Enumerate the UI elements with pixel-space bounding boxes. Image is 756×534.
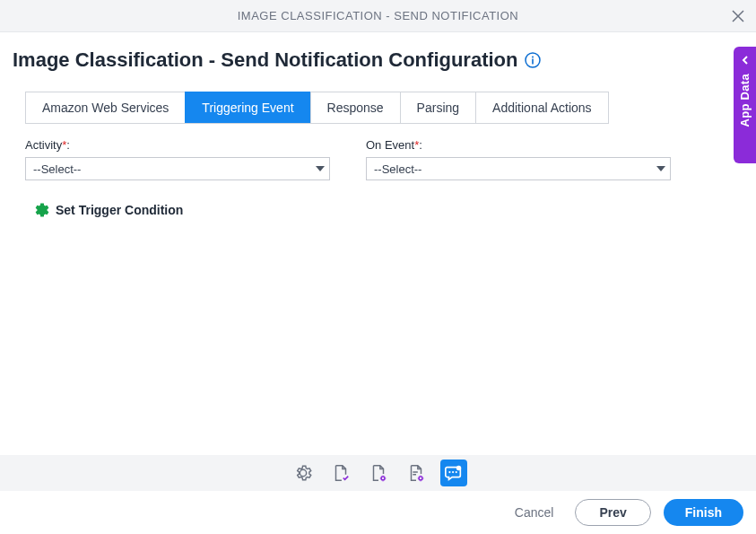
activity-label: Activity*: — [25, 138, 330, 152]
on-event-select[interactable]: --Select-- — [366, 157, 671, 180]
svg-point-6 — [448, 471, 450, 473]
chat-notification-icon — [444, 463, 464, 483]
set-trigger-condition-button[interactable]: Set Trigger Condition — [34, 202, 743, 218]
svg-rect-2 — [533, 59, 534, 65]
activity-select-wrap: --Select-- — [25, 157, 330, 180]
tabs: Amazon Web Services Triggering Event Res… — [25, 92, 609, 124]
tab-additional-actions[interactable]: Additional Actions — [475, 92, 609, 123]
finish-button[interactable]: Finish — [664, 499, 743, 526]
app-data-label: App Data — [738, 74, 752, 127]
on-event-label: On Event*: — [366, 138, 671, 152]
toolbar-notification-button[interactable] — [440, 460, 467, 486]
activity-group: Activity*: --Select-- — [25, 138, 330, 180]
content-area: Image Classification - Send Notification… — [0, 32, 756, 218]
document-check-icon — [331, 463, 351, 483]
document-gear-icon — [369, 463, 388, 483]
tab-parsing[interactable]: Parsing — [400, 92, 476, 123]
svg-point-7 — [451, 471, 453, 473]
bottom-toolbar — [0, 455, 756, 491]
close-button[interactable] — [729, 7, 747, 25]
activity-select[interactable]: --Select-- — [25, 157, 330, 180]
tab-triggering-event[interactable]: Triggering Event — [185, 92, 310, 123]
svg-point-1 — [532, 57, 534, 58]
svg-point-8 — [455, 471, 456, 473]
on-event-select-wrap: --Select-- — [366, 157, 671, 180]
chevron-left-icon — [741, 56, 750, 65]
toolbar-doc-gear-2-button[interactable] — [403, 460, 430, 486]
dialog-header: IMAGE CLASSIFICATION - SEND NOTIFICATION — [0, 0, 756, 32]
tab-response[interactable]: Response — [310, 92, 401, 123]
gear-icon — [293, 463, 313, 483]
cancel-button[interactable]: Cancel — [506, 500, 563, 525]
toolbar-doc-gear-button[interactable] — [365, 460, 392, 486]
svg-point-3 — [381, 477, 385, 480]
footer-bar: Cancel Prev Finish — [0, 491, 756, 534]
on-event-group: On Event*: --Select-- — [366, 138, 671, 180]
info-icon[interactable] — [525, 52, 541, 68]
tab-amazon-web-services[interactable]: Amazon Web Services — [25, 92, 186, 123]
prev-button[interactable]: Prev — [575, 499, 650, 526]
toolbar-doc-check-button[interactable] — [327, 460, 354, 486]
svg-point-5 — [456, 466, 461, 471]
close-icon — [732, 10, 744, 22]
page-title-row: Image Classification - Send Notification… — [13, 48, 743, 72]
trigger-condition-label: Set Trigger Condition — [56, 203, 183, 217]
gear-icon — [34, 202, 50, 218]
app-data-panel-toggle[interactable]: App Data — [734, 47, 756, 163]
page-title: Image Classification - Send Notification… — [13, 48, 517, 72]
svg-point-4 — [419, 477, 422, 480]
toolbar-settings-button[interactable] — [290, 460, 317, 486]
form-area: Activity*: --Select-- On Event*: --Selec… — [13, 124, 743, 180]
dialog-title: IMAGE CLASSIFICATION - SEND NOTIFICATION — [238, 9, 518, 22]
document-gear-icon — [406, 463, 426, 483]
